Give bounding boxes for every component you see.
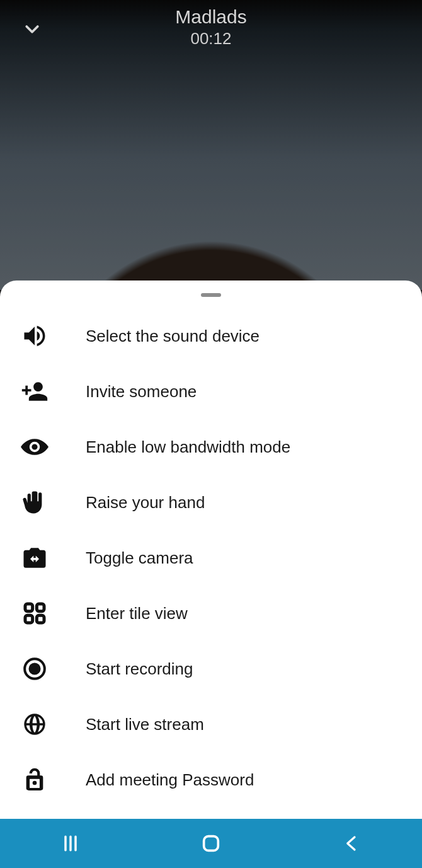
chevron-down-icon: [23, 20, 42, 39]
nav-back-button[interactable]: [333, 825, 370, 862]
menu-item-live-stream[interactable]: Start live stream: [0, 697, 422, 752]
speaker-icon: [19, 320, 50, 352]
menu-item-low-bandwidth[interactable]: Enable low bandwidth mode: [0, 419, 422, 475]
menu-item-toggle-camera[interactable]: Toggle camera: [0, 530, 422, 586]
screen: Madlads 00:12 Select the sound device In…: [0, 0, 422, 868]
menu-item-invite[interactable]: Invite someone: [0, 364, 422, 419]
person-add-icon: [19, 376, 50, 407]
bottom-sheet: Select the sound device Invite someone E…: [0, 281, 422, 819]
back-icon: [342, 834, 361, 853]
nav-home-button[interactable]: [192, 825, 230, 862]
svg-rect-1: [37, 604, 44, 611]
options-menu: Select the sound device Invite someone E…: [0, 308, 422, 807]
menu-item-label: Raise your hand: [86, 493, 205, 512]
android-nav-bar: [0, 819, 422, 868]
call-title-block: Madlads 00:12: [0, 4, 422, 49]
record-icon: [19, 653, 50, 685]
home-icon: [200, 833, 222, 854]
menu-item-sound-device[interactable]: Select the sound device: [0, 308, 422, 364]
svg-point-5: [29, 663, 41, 675]
svg-rect-0: [25, 604, 33, 611]
menu-item-add-password[interactable]: Add meeting Password: [0, 752, 422, 807]
camera-switch-icon: [19, 542, 50, 574]
menu-item-label: Add meeting Password: [86, 770, 254, 790]
svg-rect-8: [204, 836, 219, 851]
tile-grid-icon: [19, 598, 50, 629]
menu-item-label: Start recording: [86, 659, 193, 679]
watermark-text: www.frfam.com: [367, 807, 418, 816]
svg-rect-2: [25, 615, 33, 623]
menu-item-start-recording[interactable]: Start recording: [0, 641, 422, 697]
lock-open-icon: [19, 764, 50, 796]
svg-point-6: [33, 781, 37, 785]
menu-item-label: Toggle camera: [86, 548, 193, 568]
menu-item-label: Enter tile view: [86, 604, 188, 623]
menu-item-label: Enable low bandwidth mode: [86, 437, 290, 457]
recents-icon: [60, 833, 81, 854]
svg-rect-3: [37, 615, 44, 623]
globe-icon: [19, 709, 50, 740]
sheet-drag-handle[interactable]: [201, 293, 221, 297]
nav-recents-button[interactable]: [52, 825, 89, 862]
menu-item-tile-view[interactable]: Enter tile view: [0, 586, 422, 641]
hand-icon: [19, 487, 50, 518]
menu-item-label: Start live stream: [86, 715, 204, 734]
call-top-bar: Madlads 00:12: [0, 0, 422, 57]
menu-item-raise-hand[interactable]: Raise your hand: [0, 475, 422, 530]
call-title: Madlads: [0, 6, 422, 28]
call-timer: 00:12: [0, 29, 422, 49]
eye-icon: [19, 431, 50, 463]
menu-item-label: Invite someone: [86, 382, 197, 402]
collapse-chevron-button[interactable]: [21, 19, 43, 40]
menu-item-label: Select the sound device: [86, 327, 259, 346]
